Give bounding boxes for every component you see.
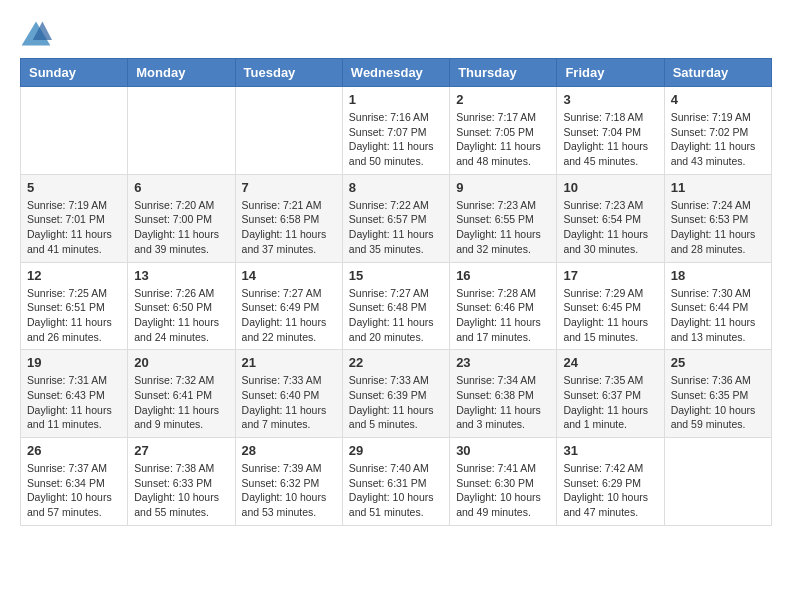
day-info: Sunrise: 7:27 AMSunset: 6:48 PMDaylight:… [349, 286, 443, 345]
day-number: 15 [349, 268, 443, 283]
calendar-day-cell: 24Sunrise: 7:35 AMSunset: 6:37 PMDayligh… [557, 350, 664, 438]
day-info: Sunrise: 7:16 AMSunset: 7:07 PMDaylight:… [349, 110, 443, 169]
day-number: 27 [134, 443, 228, 458]
day-number: 3 [563, 92, 657, 107]
day-info: Sunrise: 7:42 AMSunset: 6:29 PMDaylight:… [563, 461, 657, 520]
calendar-week-row: 1Sunrise: 7:16 AMSunset: 7:07 PMDaylight… [21, 87, 772, 175]
calendar-day-cell [664, 438, 771, 526]
day-info: Sunrise: 7:26 AMSunset: 6:50 PMDaylight:… [134, 286, 228, 345]
day-number: 24 [563, 355, 657, 370]
day-number: 29 [349, 443, 443, 458]
logo-icon [20, 20, 52, 48]
day-number: 5 [27, 180, 121, 195]
calendar-header-row: SundayMondayTuesdayWednesdayThursdayFrid… [21, 59, 772, 87]
day-info: Sunrise: 7:32 AMSunset: 6:41 PMDaylight:… [134, 373, 228, 432]
calendar-day-cell: 25Sunrise: 7:36 AMSunset: 6:35 PMDayligh… [664, 350, 771, 438]
day-info: Sunrise: 7:17 AMSunset: 7:05 PMDaylight:… [456, 110, 550, 169]
day-info: Sunrise: 7:33 AMSunset: 6:40 PMDaylight:… [242, 373, 336, 432]
day-number: 19 [27, 355, 121, 370]
day-number: 28 [242, 443, 336, 458]
calendar-day-cell: 14Sunrise: 7:27 AMSunset: 6:49 PMDayligh… [235, 262, 342, 350]
day-number: 20 [134, 355, 228, 370]
day-number: 13 [134, 268, 228, 283]
day-of-week-header: Friday [557, 59, 664, 87]
day-info: Sunrise: 7:25 AMSunset: 6:51 PMDaylight:… [27, 286, 121, 345]
calendar-day-cell: 16Sunrise: 7:28 AMSunset: 6:46 PMDayligh… [450, 262, 557, 350]
day-number: 8 [349, 180, 443, 195]
day-info: Sunrise: 7:29 AMSunset: 6:45 PMDaylight:… [563, 286, 657, 345]
calendar-day-cell: 2Sunrise: 7:17 AMSunset: 7:05 PMDaylight… [450, 87, 557, 175]
calendar-day-cell: 23Sunrise: 7:34 AMSunset: 6:38 PMDayligh… [450, 350, 557, 438]
page-header [20, 20, 772, 48]
logo [20, 20, 58, 48]
day-number: 17 [563, 268, 657, 283]
day-info: Sunrise: 7:41 AMSunset: 6:30 PMDaylight:… [456, 461, 550, 520]
calendar-day-cell: 1Sunrise: 7:16 AMSunset: 7:07 PMDaylight… [342, 87, 449, 175]
day-number: 31 [563, 443, 657, 458]
calendar-day-cell: 29Sunrise: 7:40 AMSunset: 6:31 PMDayligh… [342, 438, 449, 526]
calendar-day-cell: 18Sunrise: 7:30 AMSunset: 6:44 PMDayligh… [664, 262, 771, 350]
day-info: Sunrise: 7:39 AMSunset: 6:32 PMDaylight:… [242, 461, 336, 520]
day-info: Sunrise: 7:40 AMSunset: 6:31 PMDaylight:… [349, 461, 443, 520]
calendar-day-cell: 10Sunrise: 7:23 AMSunset: 6:54 PMDayligh… [557, 174, 664, 262]
day-of-week-header: Thursday [450, 59, 557, 87]
day-info: Sunrise: 7:36 AMSunset: 6:35 PMDaylight:… [671, 373, 765, 432]
day-number: 22 [349, 355, 443, 370]
calendar-table: SundayMondayTuesdayWednesdayThursdayFrid… [20, 58, 772, 526]
day-number: 25 [671, 355, 765, 370]
day-number: 16 [456, 268, 550, 283]
calendar-day-cell: 12Sunrise: 7:25 AMSunset: 6:51 PMDayligh… [21, 262, 128, 350]
day-info: Sunrise: 7:19 AMSunset: 7:01 PMDaylight:… [27, 198, 121, 257]
day-info: Sunrise: 7:24 AMSunset: 6:53 PMDaylight:… [671, 198, 765, 257]
calendar-day-cell: 11Sunrise: 7:24 AMSunset: 6:53 PMDayligh… [664, 174, 771, 262]
calendar-week-row: 19Sunrise: 7:31 AMSunset: 6:43 PMDayligh… [21, 350, 772, 438]
calendar-day-cell: 31Sunrise: 7:42 AMSunset: 6:29 PMDayligh… [557, 438, 664, 526]
calendar-day-cell: 6Sunrise: 7:20 AMSunset: 7:00 PMDaylight… [128, 174, 235, 262]
day-info: Sunrise: 7:21 AMSunset: 6:58 PMDaylight:… [242, 198, 336, 257]
day-number: 18 [671, 268, 765, 283]
calendar-day-cell: 30Sunrise: 7:41 AMSunset: 6:30 PMDayligh… [450, 438, 557, 526]
day-info: Sunrise: 7:31 AMSunset: 6:43 PMDaylight:… [27, 373, 121, 432]
day-number: 2 [456, 92, 550, 107]
calendar-day-cell: 28Sunrise: 7:39 AMSunset: 6:32 PMDayligh… [235, 438, 342, 526]
calendar-day-cell: 19Sunrise: 7:31 AMSunset: 6:43 PMDayligh… [21, 350, 128, 438]
day-number: 6 [134, 180, 228, 195]
calendar-day-cell: 21Sunrise: 7:33 AMSunset: 6:40 PMDayligh… [235, 350, 342, 438]
day-info: Sunrise: 7:19 AMSunset: 7:02 PMDaylight:… [671, 110, 765, 169]
calendar-week-row: 26Sunrise: 7:37 AMSunset: 6:34 PMDayligh… [21, 438, 772, 526]
calendar-week-row: 12Sunrise: 7:25 AMSunset: 6:51 PMDayligh… [21, 262, 772, 350]
day-number: 7 [242, 180, 336, 195]
day-info: Sunrise: 7:33 AMSunset: 6:39 PMDaylight:… [349, 373, 443, 432]
day-of-week-header: Sunday [21, 59, 128, 87]
day-info: Sunrise: 7:38 AMSunset: 6:33 PMDaylight:… [134, 461, 228, 520]
day-info: Sunrise: 7:18 AMSunset: 7:04 PMDaylight:… [563, 110, 657, 169]
day-number: 9 [456, 180, 550, 195]
day-number: 4 [671, 92, 765, 107]
calendar-day-cell: 27Sunrise: 7:38 AMSunset: 6:33 PMDayligh… [128, 438, 235, 526]
day-number: 23 [456, 355, 550, 370]
day-info: Sunrise: 7:30 AMSunset: 6:44 PMDaylight:… [671, 286, 765, 345]
day-number: 12 [27, 268, 121, 283]
calendar-day-cell: 5Sunrise: 7:19 AMSunset: 7:01 PMDaylight… [21, 174, 128, 262]
day-number: 14 [242, 268, 336, 283]
day-of-week-header: Monday [128, 59, 235, 87]
calendar-day-cell [128, 87, 235, 175]
day-of-week-header: Tuesday [235, 59, 342, 87]
calendar-day-cell: 3Sunrise: 7:18 AMSunset: 7:04 PMDaylight… [557, 87, 664, 175]
day-info: Sunrise: 7:23 AMSunset: 6:54 PMDaylight:… [563, 198, 657, 257]
calendar-week-row: 5Sunrise: 7:19 AMSunset: 7:01 PMDaylight… [21, 174, 772, 262]
day-info: Sunrise: 7:23 AMSunset: 6:55 PMDaylight:… [456, 198, 550, 257]
calendar-day-cell: 9Sunrise: 7:23 AMSunset: 6:55 PMDaylight… [450, 174, 557, 262]
day-info: Sunrise: 7:27 AMSunset: 6:49 PMDaylight:… [242, 286, 336, 345]
day-number: 11 [671, 180, 765, 195]
calendar-day-cell [21, 87, 128, 175]
calendar-day-cell: 26Sunrise: 7:37 AMSunset: 6:34 PMDayligh… [21, 438, 128, 526]
day-number: 10 [563, 180, 657, 195]
day-info: Sunrise: 7:35 AMSunset: 6:37 PMDaylight:… [563, 373, 657, 432]
day-info: Sunrise: 7:34 AMSunset: 6:38 PMDaylight:… [456, 373, 550, 432]
calendar-day-cell: 22Sunrise: 7:33 AMSunset: 6:39 PMDayligh… [342, 350, 449, 438]
day-info: Sunrise: 7:22 AMSunset: 6:57 PMDaylight:… [349, 198, 443, 257]
calendar-day-cell: 17Sunrise: 7:29 AMSunset: 6:45 PMDayligh… [557, 262, 664, 350]
calendar-day-cell: 4Sunrise: 7:19 AMSunset: 7:02 PMDaylight… [664, 87, 771, 175]
day-info: Sunrise: 7:20 AMSunset: 7:00 PMDaylight:… [134, 198, 228, 257]
